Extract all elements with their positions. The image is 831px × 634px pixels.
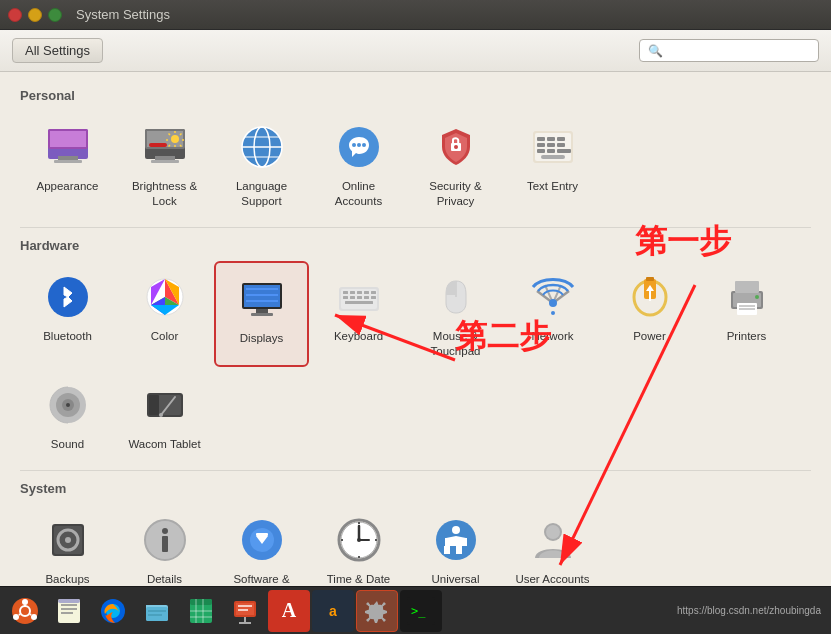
security-label: Security & Privacy bbox=[414, 179, 497, 209]
settings-item-software[interactable]: Software & Updates bbox=[214, 504, 309, 586]
all-settings-button[interactable]: All Settings bbox=[12, 38, 103, 63]
settings-item-printers[interactable]: Printers bbox=[699, 261, 794, 367]
svg-point-110 bbox=[13, 614, 19, 620]
backups-icon bbox=[42, 514, 94, 566]
settings-item-displays[interactable]: Displays bbox=[214, 261, 309, 367]
settings-item-keyboard[interactable]: Keyboard bbox=[311, 261, 406, 367]
power-label: Power bbox=[633, 329, 666, 344]
settings-item-text-entry[interactable]: Text Entry bbox=[505, 111, 600, 217]
search-box: 🔍 bbox=[639, 39, 819, 62]
taskbar-font[interactable]: A bbox=[268, 590, 310, 632]
bluetooth-icon bbox=[42, 271, 94, 323]
details-icon bbox=[139, 514, 191, 566]
time-icon bbox=[333, 514, 385, 566]
network-icon bbox=[527, 271, 579, 323]
svg-rect-67 bbox=[739, 305, 755, 307]
settings-item-wacom[interactable]: Wacom Tablet bbox=[117, 369, 212, 460]
svg-rect-78 bbox=[149, 395, 159, 415]
taskbar-terminal[interactable]: >_ bbox=[400, 590, 442, 632]
brightness-label: Brightness & Lock bbox=[123, 179, 206, 209]
taskbar-spreadsheet[interactable] bbox=[180, 590, 222, 632]
settings-item-backups[interactable]: Backups bbox=[20, 504, 115, 586]
maximize-button[interactable] bbox=[48, 8, 62, 22]
settings-item-universal[interactable]: Universal Access bbox=[408, 504, 503, 586]
sound-icon bbox=[42, 379, 94, 431]
svg-point-111 bbox=[31, 614, 37, 620]
power-icon bbox=[624, 271, 676, 323]
svg-rect-48 bbox=[350, 291, 355, 294]
text-entry-label: Text Entry bbox=[527, 179, 578, 194]
svg-point-21 bbox=[362, 143, 366, 147]
main-content: Personal Appearance bbox=[0, 72, 831, 586]
svg-rect-137 bbox=[238, 605, 252, 607]
svg-rect-28 bbox=[557, 137, 565, 141]
color-icon bbox=[139, 271, 191, 323]
users-icon bbox=[527, 514, 579, 566]
svg-rect-32 bbox=[537, 149, 545, 153]
settings-item-brightness[interactable]: Brightness & Lock bbox=[117, 111, 212, 217]
appearance-icon bbox=[42, 121, 94, 173]
svg-line-115 bbox=[30, 614, 31, 615]
taskbar-amazon[interactable]: a bbox=[312, 590, 354, 632]
svg-point-20 bbox=[357, 143, 361, 147]
svg-rect-88 bbox=[256, 533, 268, 536]
mouse-icon bbox=[430, 271, 482, 323]
svg-rect-49 bbox=[357, 291, 362, 294]
svg-rect-40 bbox=[256, 309, 268, 313]
settings-item-bluetooth[interactable]: Bluetooth bbox=[20, 261, 115, 367]
svg-rect-8 bbox=[155, 156, 175, 160]
taskbar-text-editor[interactable] bbox=[48, 590, 90, 632]
svg-rect-11 bbox=[149, 143, 167, 147]
taskbar-presentation[interactable] bbox=[224, 590, 266, 632]
settings-item-power[interactable]: Power bbox=[602, 261, 697, 367]
svg-line-114 bbox=[19, 614, 20, 615]
svg-rect-56 bbox=[371, 296, 376, 299]
svg-point-19 bbox=[352, 143, 356, 147]
close-button[interactable] bbox=[8, 8, 22, 22]
settings-item-appearance[interactable]: Appearance bbox=[20, 111, 115, 217]
taskbar-firefox[interactable] bbox=[92, 590, 134, 632]
settings-item-users[interactable]: User Accounts bbox=[505, 504, 600, 586]
wacom-label: Wacom Tablet bbox=[128, 437, 200, 452]
taskbar-files[interactable] bbox=[136, 590, 178, 632]
search-icon: 🔍 bbox=[648, 44, 663, 58]
security-icon bbox=[430, 121, 482, 173]
toolbar: All Settings 🔍 bbox=[0, 30, 831, 72]
color-label: Color bbox=[151, 329, 178, 344]
users-label: User Accounts bbox=[515, 572, 589, 586]
svg-rect-65 bbox=[735, 281, 759, 293]
settings-item-network[interactable]: Network bbox=[505, 261, 600, 367]
settings-item-online-accounts[interactable]: Online Accounts bbox=[311, 111, 406, 217]
svg-rect-30 bbox=[547, 143, 555, 147]
svg-point-60 bbox=[551, 311, 555, 315]
taskbar-ubuntu[interactable] bbox=[4, 590, 46, 632]
software-label: Software & Updates bbox=[220, 572, 303, 586]
svg-rect-62 bbox=[646, 277, 654, 281]
svg-point-73 bbox=[66, 403, 70, 407]
svg-rect-26 bbox=[537, 137, 545, 141]
network-label: Network bbox=[531, 329, 573, 344]
settings-item-sound[interactable]: Sound bbox=[20, 369, 115, 460]
settings-item-mouse[interactable]: Mouse & Touchpad bbox=[408, 261, 503, 367]
svg-rect-52 bbox=[343, 296, 348, 299]
search-input[interactable] bbox=[667, 43, 810, 58]
settings-item-details[interactable]: Details bbox=[117, 504, 212, 586]
settings-item-language[interactable]: Language Support bbox=[214, 111, 309, 217]
section-system: System bbox=[20, 481, 811, 496]
taskbar-settings[interactable] bbox=[356, 590, 398, 632]
svg-rect-125 bbox=[148, 610, 166, 612]
appearance-label: Appearance bbox=[36, 179, 98, 194]
svg-rect-47 bbox=[343, 291, 348, 294]
language-icon bbox=[236, 121, 288, 173]
taskbar-url: https://blog.csdn.net/zhoubingda bbox=[677, 605, 827, 616]
minimize-button[interactable] bbox=[28, 8, 42, 22]
svg-point-23 bbox=[454, 145, 458, 149]
settings-item-color[interactable]: Color bbox=[117, 261, 212, 367]
svg-point-103 bbox=[546, 525, 560, 539]
settings-item-security[interactable]: Security & Privacy bbox=[408, 111, 503, 217]
text-entry-icon bbox=[527, 121, 579, 173]
svg-rect-27 bbox=[547, 137, 555, 141]
svg-rect-128 bbox=[190, 599, 212, 605]
settings-item-time[interactable]: Time & Date bbox=[311, 504, 406, 586]
svg-rect-138 bbox=[238, 609, 248, 611]
